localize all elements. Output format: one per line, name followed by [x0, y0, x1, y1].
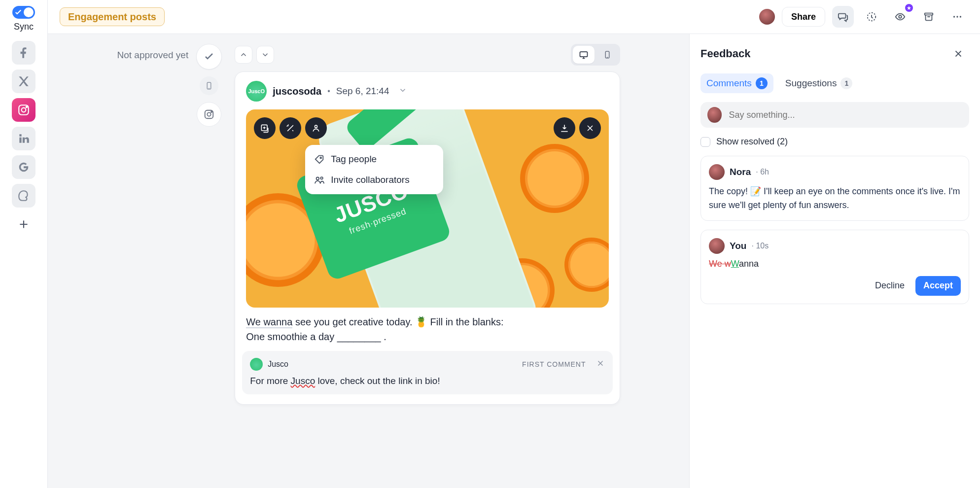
fc-brand-name: Jusco: [268, 360, 288, 369]
post-date[interactable]: Sep 6, 21:44: [336, 86, 389, 97]
close-icon: [953, 48, 964, 59]
user-avatar[interactable]: [759, 9, 775, 25]
topbar-actions: Share ★: [759, 6, 968, 28]
archive-button[interactable]: [918, 6, 940, 28]
tag-icon: [314, 154, 325, 165]
brand-name[interactable]: juscosoda: [273, 86, 321, 97]
channel-threads[interactable]: [12, 184, 35, 208]
suggestion-rest: anna: [739, 259, 759, 269]
channel-x[interactable]: [12, 70, 35, 93]
add-media-icon: [260, 123, 270, 133]
desktop-icon: [579, 50, 589, 60]
tab-suggestions[interactable]: Suggestions 1: [779, 73, 859, 93]
channel-indicator[interactable]: [197, 102, 221, 127]
approval-row: Not approved yet: [117, 44, 620, 405]
orange-slice-2: [520, 144, 589, 213]
panel-close[interactable]: [947, 43, 969, 65]
svg-point-4: [899, 15, 902, 18]
channel-gmb[interactable]: [12, 155, 35, 179]
show-resolved[interactable]: Show resolved (2): [700, 137, 969, 147]
fc-remove[interactable]: [596, 359, 605, 370]
tab-comments[interactable]: Comments 1: [700, 73, 773, 93]
next-post[interactable]: [256, 46, 274, 64]
suggestion-age-value: 10s: [756, 242, 769, 250]
topbar: Engagement posts Share ★: [48, 0, 980, 34]
collection-chip[interactable]: Engagement posts: [60, 7, 165, 26]
suggestion-strike: We w: [709, 259, 731, 269]
post-body-rest: see you get creative today. 🍍 Fill in th…: [292, 316, 503, 327]
post-media[interactable]: JUSCO fresh·pressed: [246, 109, 608, 308]
channel-facebook[interactable]: [12, 41, 35, 65]
post-body-highlight: We wanna: [246, 316, 292, 328]
post-header-menu[interactable]: [398, 86, 407, 97]
history-icon: [866, 11, 877, 22]
svg-point-1: [22, 108, 26, 112]
fc-text-post: love, check out the link in bio!: [315, 376, 440, 386]
panel-tabs: Comments 1 Suggestions 1: [700, 73, 969, 93]
tag-people-label: Tag people: [331, 154, 377, 165]
tag-people[interactable]: Tag people: [305, 149, 443, 170]
device-indicator[interactable]: [200, 76, 218, 95]
media-remove[interactable]: [579, 117, 601, 139]
preview-desktop[interactable]: [573, 46, 595, 64]
invite-collaborators[interactable]: Invite collaborators: [305, 170, 443, 190]
brand-avatar: JuscO: [246, 81, 267, 102]
media-enhance[interactable]: [280, 117, 301, 139]
instagram-icon: [17, 104, 30, 116]
media-download[interactable]: [554, 117, 575, 139]
checkbox-icon: [700, 137, 710, 147]
media-actions-right: [554, 117, 601, 139]
invite-label: Invite collaborators: [331, 174, 409, 185]
person-tag-icon: [311, 123, 321, 133]
fc-misspell: Jusco: [291, 376, 315, 386]
plus-icon: [17, 218, 30, 231]
svg-point-2: [26, 106, 28, 108]
sync-label: Sync: [14, 22, 34, 32]
star-badge-icon: ★: [905, 4, 913, 12]
comment-input[interactable]: [728, 109, 962, 121]
tab-comments-label: Comments: [706, 78, 752, 89]
fc-text[interactable]: For more Jusco love, check out the link …: [250, 376, 604, 386]
add-channel[interactable]: [12, 212, 35, 236]
share-button[interactable]: Share: [782, 7, 825, 27]
approval-status: Not approved yet: [117, 50, 189, 61]
tab-suggestions-count: 1: [840, 77, 852, 89]
channel-linkedin[interactable]: [12, 127, 35, 150]
svg-point-18: [316, 177, 319, 180]
close-icon: [596, 359, 605, 368]
chevron-up-icon: [239, 50, 248, 59]
canvas: Not approved yet: [48, 34, 689, 488]
feedback-panel: Feedback Comments 1 Suggestions 1: [689, 34, 980, 488]
decline-button[interactable]: Decline: [868, 276, 911, 296]
download-icon: [560, 123, 569, 133]
post-body[interactable]: We wanna see you get creative today. 🍍 F…: [235, 314, 619, 349]
media-tag[interactable]: [305, 117, 327, 139]
media-add[interactable]: [254, 117, 276, 139]
svg-point-6: [953, 16, 955, 17]
svg-point-8: [960, 16, 961, 17]
svg-point-11: [208, 112, 211, 116]
feedback-toggle[interactable]: [832, 6, 854, 28]
sync-toggle[interactable]: [12, 6, 35, 19]
post-body-line2: One smoothie a day ________ .: [246, 331, 386, 342]
activity-button[interactable]: [861, 6, 882, 28]
fc-text-pre: For more: [250, 376, 290, 386]
comment-age-value: 6h: [760, 168, 769, 176]
suggestion-text: We wWanna: [709, 259, 961, 269]
comment-compose[interactable]: [700, 102, 969, 128]
preview-mobile[interactable]: [596, 46, 618, 64]
suggestion-insert: W: [731, 259, 739, 269]
post-card: JuscO juscosoda • Sep 6, 21:44: [235, 71, 620, 405]
check-icon: [203, 51, 215, 63]
more-button[interactable]: [946, 6, 968, 28]
accept-button[interactable]: Accept: [915, 276, 961, 296]
suggestion-age: · 10s: [751, 242, 769, 250]
prev-post[interactable]: [235, 46, 252, 64]
first-comment: Jusco FIRST COMMENT For more Jusco love,…: [242, 351, 612, 394]
channel-instagram[interactable]: [12, 98, 35, 122]
threads-icon: [17, 189, 30, 202]
preview-button[interactable]: ★: [889, 6, 911, 28]
svg-rect-13: [580, 52, 587, 57]
comment-author: Nora: [730, 167, 751, 177]
approve-button[interactable]: [196, 44, 222, 70]
